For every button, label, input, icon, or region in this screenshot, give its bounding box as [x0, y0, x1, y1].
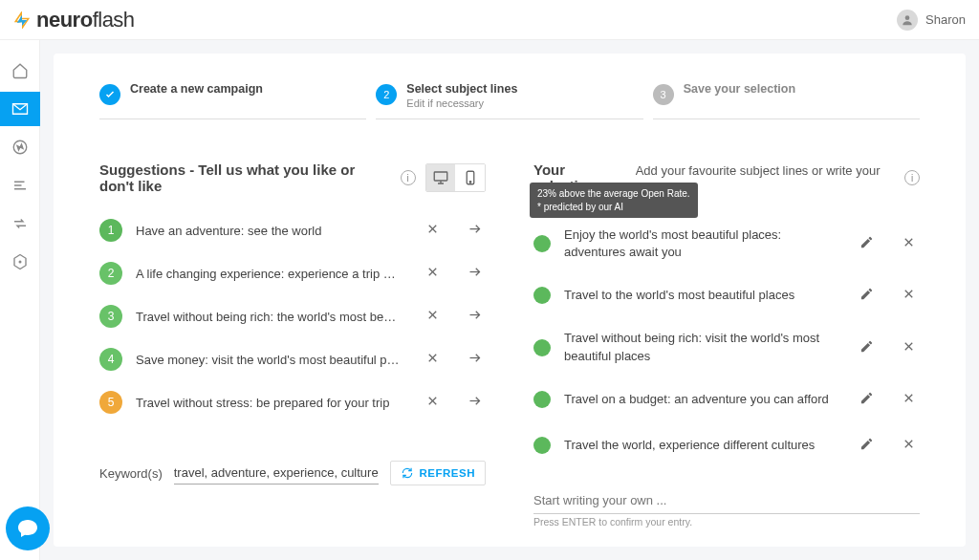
info-icon[interactable]: i	[401, 170, 416, 185]
suggestions-title: Suggestions - Tell us what you like or d…	[99, 162, 391, 194]
arrow-right-icon	[468, 394, 482, 411]
close-icon	[902, 235, 916, 252]
edit-button[interactable]	[855, 284, 878, 307]
step-2[interactable]: 2 Select subject lines Edit if necessary	[376, 82, 642, 119]
step-3[interactable]: 3 Save your selection	[653, 82, 920, 119]
lines-icon	[11, 177, 29, 194]
dismiss-button[interactable]	[421, 219, 444, 242]
chat-icon	[16, 517, 39, 540]
sidebar-item-lines[interactable]	[0, 168, 40, 203]
selection-row: Travel on a budget: an adventure you can…	[533, 377, 920, 422]
info-icon[interactable]: i	[904, 170, 920, 185]
edit-button[interactable]	[855, 434, 878, 457]
write-own	[533, 487, 920, 514]
sidebar-item-mail[interactable]	[0, 92, 40, 126]
rating-dot	[533, 287, 551, 304]
close-icon	[425, 222, 440, 239]
desktop-view-button[interactable]	[426, 164, 456, 191]
dismiss-button[interactable]	[421, 348, 444, 371]
step-title: Select subject lines	[406, 82, 517, 96]
selection-text: Travel without being rich: visit the wor…	[564, 330, 836, 364]
refresh-icon	[401, 466, 414, 480]
close-icon	[425, 265, 440, 282]
compass-icon	[11, 139, 29, 156]
refresh-button[interactable]: REFRESH	[390, 461, 486, 485]
steps: Create a new campaign 2 Select subject l…	[99, 82, 920, 119]
selection-row: Travel without being rich: visit the wor…	[533, 318, 920, 376]
dismiss-button[interactable]	[421, 262, 444, 285]
accept-button[interactable]	[463, 348, 486, 371]
suggestion-text: A life changing experience: experience a…	[136, 267, 402, 281]
accept-button[interactable]	[463, 305, 486, 328]
suggestion-row: 4Save money: visit the world's most beau…	[99, 338, 486, 381]
user-menu[interactable]: Sharon	[897, 10, 966, 31]
svg-point-0	[905, 15, 910, 20]
mobile-view-button[interactable]	[455, 164, 485, 191]
suggestion-text: Travel without stress: be prepared for y…	[136, 396, 402, 410]
sidebar-item-settings[interactable]	[0, 245, 40, 279]
sidebar-item-explore[interactable]	[0, 130, 40, 164]
step-number: 3	[653, 84, 674, 105]
close-icon	[902, 287, 916, 304]
edit-button[interactable]	[855, 336, 878, 359]
close-icon	[902, 391, 916, 408]
rating-dot	[533, 235, 551, 252]
svg-point-11	[469, 182, 471, 183]
user-icon	[901, 13, 914, 27]
svg-point-6	[18, 261, 21, 264]
selection-column: Your selection Add your favourite subjec…	[533, 162, 920, 528]
write-own-input[interactable]	[533, 487, 920, 513]
suggestion-number: 3	[99, 305, 122, 328]
edit-button[interactable]	[855, 232, 878, 255]
header: neuroflash Sharon	[0, 0, 979, 40]
logo[interactable]: neuroflash	[13, 8, 135, 32]
avatar	[897, 10, 918, 31]
check-icon	[104, 89, 116, 100]
suggestions-column: Suggestions - Tell us what you like or d…	[99, 162, 486, 528]
edit-icon	[859, 287, 874, 304]
edit-button[interactable]	[855, 388, 878, 411]
logo-text-prefix: neuro	[36, 8, 93, 32]
remove-button[interactable]	[897, 434, 920, 457]
suggestion-number: 4	[99, 348, 122, 371]
selection-list: Enjoy the world's most beautiful places:…	[533, 215, 920, 468]
accept-button[interactable]	[463, 391, 486, 414]
remove-button[interactable]	[897, 388, 920, 411]
close-icon	[425, 308, 440, 325]
close-icon	[425, 394, 440, 411]
user-name: Sharon	[925, 12, 966, 27]
transfer-icon	[11, 215, 29, 232]
sidebar-item-transfer[interactable]	[0, 206, 40, 241]
edit-icon	[859, 235, 874, 252]
sidebar-item-home[interactable]	[0, 54, 40, 88]
keyword-input[interactable]	[174, 462, 379, 485]
chat-bubble-button[interactable]	[6, 506, 50, 550]
remove-button[interactable]	[897, 232, 920, 255]
prediction-tooltip: 23% above the average Open Rate. * predi…	[530, 183, 698, 218]
remove-button[interactable]	[897, 284, 920, 307]
remove-button[interactable]	[897, 336, 920, 359]
accept-button[interactable]	[463, 219, 486, 242]
arrow-right-icon	[468, 351, 482, 368]
logo-icon	[13, 11, 31, 29]
arrow-right-icon	[468, 222, 482, 239]
selection-row: Enjoy the world's most beautiful places:…	[533, 215, 920, 272]
write-own-hint: Press ENTER to confirm your entry.	[533, 514, 920, 528]
suggestion-number: 1	[99, 219, 122, 242]
suggestion-row: 2A life changing experience: experience …	[99, 252, 486, 295]
arrow-right-icon	[468, 308, 482, 325]
suggestion-text: Save money: visit the world's most beaut…	[136, 353, 402, 367]
logo-text-suffix: flash	[93, 8, 135, 32]
suggestion-number: 5	[99, 391, 122, 414]
selection-row: Travel the world, experience different c…	[533, 422, 920, 468]
close-icon	[902, 339, 916, 356]
dismiss-button[interactable]	[421, 305, 444, 328]
suggestion-text: Have an adventure: see the world	[136, 224, 402, 238]
dismiss-button[interactable]	[421, 391, 444, 414]
edit-icon	[859, 437, 874, 454]
sidebar	[0, 40, 40, 560]
desktop-icon	[432, 169, 449, 186]
accept-button[interactable]	[463, 262, 486, 285]
rating-dot	[533, 339, 551, 356]
step-1[interactable]: Create a new campaign	[99, 82, 366, 119]
